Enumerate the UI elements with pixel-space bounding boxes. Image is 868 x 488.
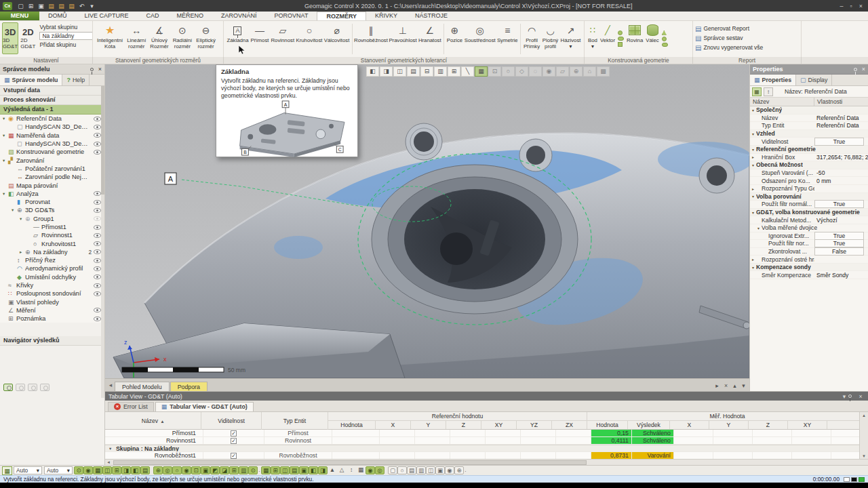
bottom-tool-icon[interactable]: ▦ — [93, 466, 102, 474]
ribbon-tab[interactable]: CAD — [138, 12, 168, 20]
tolerance-button[interactable]: ⊕Pozice — [446, 22, 464, 45]
bottom-tool-icon[interactable]: ▣ — [435, 466, 445, 474]
tab-display[interactable]: ▢ Display — [796, 75, 832, 85]
2d-gdt-button[interactable]: 2D 2D GD&T — [20, 22, 36, 54]
ribbon-tab[interactable]: ROZMĚRY — [317, 12, 366, 20]
bottom-tool-icon[interactable]: ◎ — [375, 466, 384, 474]
visibility-eye-icon[interactable] — [94, 225, 101, 230]
ribbon-tab[interactable]: NÁSTROJE — [406, 12, 456, 20]
table-row[interactable]: ▾Skupina : Na základny — [105, 445, 868, 452]
property-row[interactable]: Použít filtr nor... True — [750, 240, 868, 248]
menu-button[interactable]: MENU — [0, 12, 39, 20]
visibility-eye-icon[interactable] — [94, 191, 101, 196]
visibility-checkbox[interactable]: ✓ — [231, 453, 237, 459]
visibility-eye-icon[interactable] — [94, 258, 101, 263]
quick-access-icon[interactable]: ▤ — [47, 3, 56, 9]
bottom-tool-icon[interactable]: ◉ — [366, 466, 375, 474]
property-value[interactable]: 317,2654; 76,882; 260... — [814, 154, 868, 161]
quick-access-icon[interactable]: ▤ — [57, 3, 66, 9]
viewport-tool-icon[interactable]: ◧ — [366, 66, 379, 77]
expand-arrow-icon[interactable]: ▾ — [3, 133, 8, 138]
minimize-button[interactable]: – — [840, 3, 844, 9]
tree-item[interactable]: ▾ ▦ Naměřená data — [0, 131, 104, 140]
cylinder-button[interactable]: Válec — [644, 22, 660, 44]
bottom-tool-icon[interactable]: ⊕ — [454, 466, 464, 474]
property-value[interactable]: Referenční Data — [814, 115, 868, 121]
bottom-tool-icon[interactable]: ▦ — [356, 466, 366, 474]
property-value[interactable]: Referenční Data — [814, 122, 868, 129]
camera-icon[interactable] — [16, 384, 25, 391]
pin-icon[interactable] — [90, 68, 94, 71]
visibility-eye-icon[interactable] — [94, 142, 101, 146]
tab-error-list[interactable]: × Error List — [108, 402, 154, 411]
ribbon-tab[interactable]: LIVE CAPTURE — [76, 12, 138, 20]
viewport-tool-icon[interactable]: ▦ — [475, 66, 488, 77]
dimension-button[interactable]: ⊙ Radiální rozměr — [171, 22, 195, 52]
expand-arrow-icon[interactable]: ▾ — [3, 191, 8, 197]
property-row[interactable]: Typ Entit Referenční Data — [750, 122, 868, 130]
tree-item[interactable]: ◻ HandySCAN 3D_Demo part — [0, 140, 104, 148]
report-action[interactable]: ▤ Znovu vygenerovat vše — [695, 43, 763, 52]
bottom-tool-icon[interactable]: ▦ — [261, 466, 271, 474]
sidebar-scrollbar[interactable] — [101, 86, 104, 398]
visibility-eye-icon[interactable] — [94, 317, 101, 321]
tree-item[interactable]: ▮ Porovnat — [0, 198, 104, 206]
tree-item[interactable]: ▾ ⊕ Group1 — [0, 215, 104, 223]
quick-access-icon[interactable]: ↶ — [77, 3, 86, 9]
tree-item[interactable]: ◠ Aerodynamický profil — [0, 264, 104, 272]
dimension-button[interactable]: ⊖ Eliptický rozměr — [194, 22, 218, 52]
bottom-tool-icon[interactable]: ↕ — [347, 466, 356, 474]
plane-button[interactable]: Rovina — [625, 22, 644, 44]
dimension-button[interactable]: ↔ Lineární rozměr — [125, 22, 148, 52]
tolerance-button[interactable]: AZákladna — [226, 22, 250, 45]
tolerance-button[interactable]: ⌀Válcovitost — [323, 22, 351, 45]
tab-tabular-view[interactable]: ▦ Tabular View - GD&T (Auto) — [155, 402, 254, 411]
pin-icon[interactable] — [848, 394, 852, 398]
bottom-tool-icon[interactable]: ◨ — [318, 466, 328, 474]
property-value[interactable]: True — [814, 239, 864, 247]
viewport-tab[interactable]: Pohled Modelu — [115, 382, 170, 391]
table-horizontal-scrollbar[interactable]: ◂ — [105, 459, 868, 465]
close-button[interactable]: × — [859, 3, 863, 9]
bottom-tool-icon[interactable]: ▲ — [328, 466, 337, 474]
scrollbar-thumb[interactable] — [113, 460, 587, 465]
property-row[interactable]: Kalkulační Metod... Výchozí — [750, 216, 868, 224]
tab-properties[interactable]: ▦ Properties — [750, 75, 796, 85]
property-value[interactable]: True — [814, 232, 864, 240]
expand-arrow-icon[interactable]: ▸ — [750, 257, 756, 262]
expand-arrow-icon[interactable]: ▾ — [750, 163, 756, 167]
bottom-tool-icon[interactable]: ▤ — [407, 466, 416, 474]
quick-access-icon[interactable]: ▤ — [67, 3, 76, 9]
col-ref-zx[interactable]: ZX — [552, 421, 587, 429]
tolerance-button[interactable]: ↗Házivost▾ — [559, 22, 582, 52]
tree-item[interactable]: ∠ Měření — [0, 306, 104, 314]
visibility-eye-icon[interactable] — [94, 266, 101, 271]
property-row[interactable]: Stupeň Varování (... -50 — [750, 169, 868, 178]
property-row[interactable]: ▾ Obecná Možnost — [750, 161, 868, 169]
categorize-icon[interactable]: ▦ — [752, 87, 762, 96]
visibility-eye-icon[interactable] — [94, 208, 101, 213]
expand-arrow-icon[interactable]: ▸ — [750, 186, 756, 191]
bottom-tool-icon[interactable]: ◩ — [210, 466, 220, 474]
dimension-button[interactable]: ★ Inteligentní Kóta — [95, 22, 125, 52]
viewport-tool-icon[interactable]: ◫ — [393, 66, 406, 77]
tolerance-button[interactable]: ∠Hranatost — [418, 22, 442, 45]
visibility-eye-icon[interactable] — [94, 241, 101, 246]
property-row[interactable]: Ignorovat Extr... True — [750, 232, 868, 241]
expand-arrow-icon[interactable]: ▾ — [750, 210, 756, 215]
expand-arrow-icon[interactable]: ▾ — [12, 207, 17, 213]
ribbon-tab[interactable]: ZAROVNÁNÍ — [212, 12, 266, 20]
expand-arrow-icon[interactable]: ▾ — [20, 216, 25, 222]
close-icon[interactable]: × — [862, 66, 865, 73]
scroll-down-icon[interactable]: ▾ — [863, 453, 865, 459]
col-ref-z[interactable]: Z — [446, 421, 481, 429]
property-value[interactable]: 0 mm — [814, 178, 868, 184]
visibility-eye-icon[interactable] — [94, 150, 101, 155]
tree-item[interactable]: ▢ HandySCAN 3D_Demo p... — [0, 123, 104, 131]
tolerance-button[interactable]: ⊥Pravoúhlost — [388, 22, 417, 45]
col-ref-xy[interactable]: XY — [481, 421, 517, 429]
visibility-eye-icon[interactable] — [94, 133, 101, 138]
expand-arrow-icon[interactable]: ▾ — [750, 131, 756, 136]
property-row[interactable]: Zkontrolovat ... False — [750, 248, 868, 256]
pin-icon[interactable] — [854, 68, 857, 71]
